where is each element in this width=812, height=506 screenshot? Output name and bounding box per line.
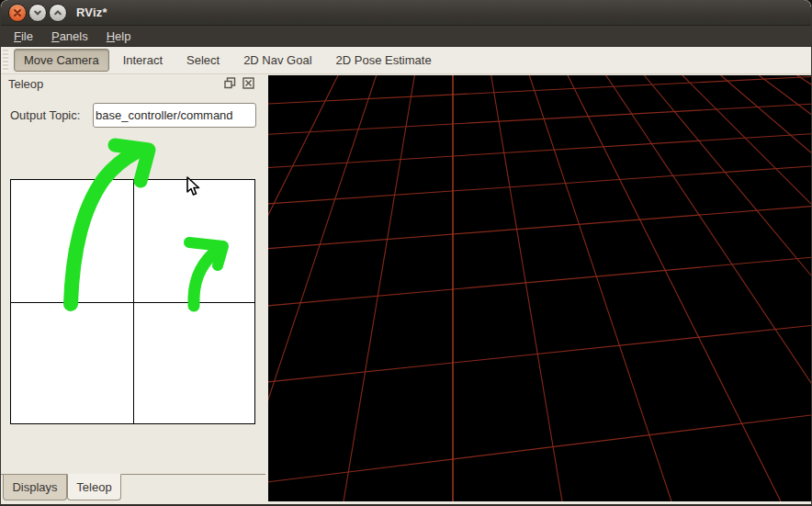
teleop-quadrant-control[interactable] [10,179,255,424]
teleop-panel: Teleop Output Topic: [1,74,265,501]
close-window-button[interactable] [8,4,27,22]
minimize-window-button[interactable] [28,4,47,22]
maximize-window-button[interactable] [49,4,67,22]
teleop-panel-header[interactable]: Teleop [1,74,265,95]
menu-file[interactable]: File [8,28,39,45]
output-topic-input[interactable] [93,103,256,128]
tab-teleop[interactable]: Teleop [67,474,121,500]
tool-interact[interactable]: Interact [113,49,173,72]
rviz-window: RViz* File Panels Help Move Camera Inter… [0,0,812,506]
titlebar[interactable]: RViz* [1,0,811,26]
window-title: RViz* [76,6,107,19]
close-panel-icon[interactable] [242,77,254,89]
float-panel-icon[interactable] [224,77,236,89]
quadrant-horizontal-divider [11,302,254,303]
ground-grid [268,75,812,501]
teleop-panel-title: Teleop [8,77,43,91]
toolbar: Move Camera Interact Select 2D Nav Goal … [1,47,811,74]
tool-2d-nav-goal[interactable]: 2D Nav Goal [233,49,321,72]
window-controls [8,4,67,22]
toolbar-grip-handle[interactable] [3,50,8,72]
output-topic-label: Output Topic: [10,108,80,122]
chevron-down-icon [32,7,43,18]
render-viewport-3d[interactable] [268,75,812,501]
tab-displays[interactable]: Displays [3,475,67,500]
chevron-up-icon [52,7,63,18]
close-icon [13,8,22,17]
menubar: File Panels Help [1,26,811,47]
menu-panels[interactable]: Panels [46,28,94,45]
tool-move-camera[interactable]: Move Camera [14,49,109,72]
menu-help[interactable]: Help [101,28,137,45]
tool-2d-pose-estimate[interactable]: 2D Pose Estimate [326,49,442,72]
window-bottom-strip [1,501,811,506]
tool-select[interactable]: Select [176,49,230,72]
